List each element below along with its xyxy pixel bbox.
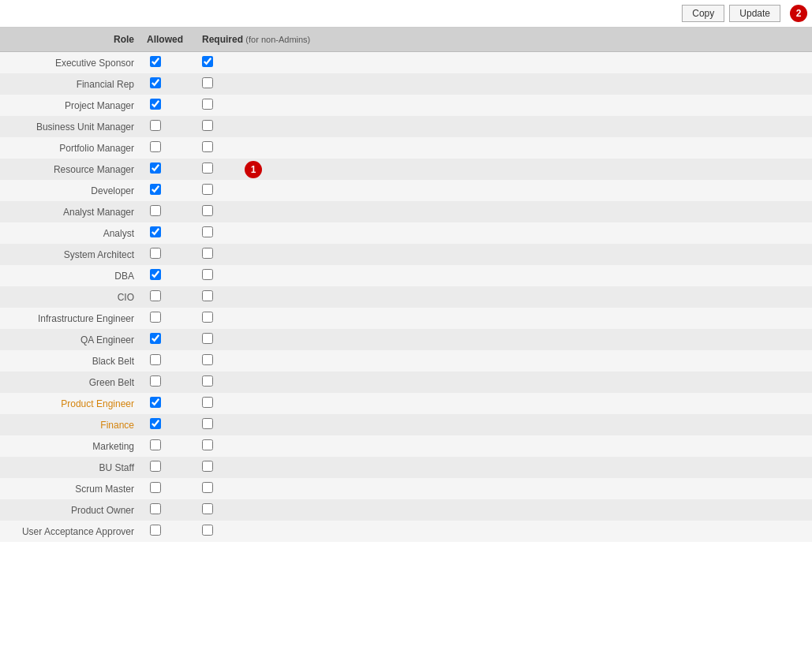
allowed-checkbox-project-manager[interactable] — [150, 99, 161, 110]
copy-button[interactable]: Copy — [682, 5, 724, 22]
required-checkbox-dba[interactable] — [202, 269, 213, 280]
required-checkbox-finance[interactable] — [202, 418, 213, 429]
role-name-scrum-master: Scrum Master — [0, 478, 142, 499]
required-checkbox-financial-rep[interactable] — [202, 77, 213, 88]
allowed-cell-infrastructure-engineer — [142, 308, 197, 329]
table-row: Black Belt — [0, 350, 812, 372]
header-role: Role — [0, 28, 142, 52]
allowed-checkbox-scrum-master[interactable] — [150, 482, 161, 493]
allowed-cell-financial-rep — [142, 73, 197, 95]
role-name-dba: DBA — [0, 265, 142, 286]
required-checkbox-analyst-manager[interactable] — [202, 205, 213, 216]
allowed-cell-qa-engineer — [142, 329, 197, 350]
required-cell-black-belt — [197, 350, 812, 372]
roles-table: Role Allowed Required (for non-Admins) E… — [0, 28, 812, 542]
allowed-cell-developer — [142, 180, 197, 201]
required-checkbox-product-engineer[interactable] — [202, 397, 213, 408]
role-name-developer: Developer — [0, 180, 142, 201]
role-name-finance: Finance — [0, 414, 142, 435]
allowed-checkbox-cio[interactable] — [150, 290, 161, 301]
required-cell-infrastructure-engineer — [197, 308, 812, 329]
role-name-financial-rep: Financial Rep — [0, 73, 142, 95]
allowed-checkbox-system-architect[interactable] — [150, 248, 161, 259]
required-cell-developer — [197, 180, 812, 201]
table-row: Business Unit Manager — [0, 116, 812, 137]
required-cell-business-unit-manager — [197, 116, 812, 137]
required-checkbox-portfolio-manager[interactable] — [202, 141, 213, 152]
allowed-cell-green-belt — [142, 372, 197, 393]
required-cell-financial-rep — [197, 73, 812, 95]
required-cell-marketing — [197, 435, 812, 457]
allowed-cell-cio — [142, 286, 197, 308]
required-checkbox-marketing[interactable] — [202, 439, 213, 450]
required-checkbox-analyst[interactable] — [202, 226, 213, 237]
toolbar: Copy Update 2 — [0, 0, 812, 28]
required-checkbox-infrastructure-engineer[interactable] — [202, 312, 213, 323]
allowed-checkbox-executive-sponsor[interactable] — [150, 56, 161, 67]
allowed-cell-user-acceptance-approver — [142, 521, 197, 542]
required-cell-finance — [197, 414, 812, 435]
allowed-checkbox-product-engineer[interactable] — [150, 397, 161, 408]
role-name-resource-manager: Resource Manager — [0, 159, 142, 180]
role-name-project-manager: Project Manager — [0, 95, 142, 116]
table-row: Analyst — [0, 222, 812, 244]
allowed-checkbox-user-acceptance-approver[interactable] — [150, 525, 161, 536]
allowed-checkbox-black-belt[interactable] — [150, 354, 161, 365]
role-name-infrastructure-engineer: Infrastructure Engineer — [0, 308, 142, 329]
table-row: CIO — [0, 286, 812, 308]
required-checkbox-system-architect[interactable] — [202, 248, 213, 259]
allowed-checkbox-infrastructure-engineer[interactable] — [150, 312, 161, 323]
allowed-cell-analyst-manager — [142, 201, 197, 222]
required-checkbox-user-acceptance-approver[interactable] — [202, 525, 213, 536]
badge-2: 2 — [790, 5, 807, 22]
table-header-row: Role Allowed Required (for non-Admins) — [0, 28, 812, 52]
role-name-portfolio-manager: Portfolio Manager — [0, 137, 142, 159]
allowed-checkbox-bu-staff[interactable] — [150, 461, 161, 472]
table-row: Portfolio Manager — [0, 137, 812, 159]
allowed-checkbox-developer[interactable] — [150, 184, 161, 195]
required-cell-user-acceptance-approver — [197, 521, 812, 542]
required-checkbox-product-owner[interactable] — [202, 503, 213, 514]
allowed-checkbox-marketing[interactable] — [150, 439, 161, 450]
allowed-checkbox-analyst-manager[interactable] — [150, 205, 161, 216]
allowed-checkbox-resource-manager[interactable] — [150, 162, 161, 174]
table-row: QA Engineer — [0, 329, 812, 350]
required-checkbox-resource-manager[interactable] — [202, 162, 213, 174]
role-name-business-unit-manager: Business Unit Manager — [0, 116, 142, 137]
required-cell-resource-manager: 1 — [197, 159, 812, 180]
allowed-checkbox-analyst[interactable] — [150, 226, 161, 237]
required-checkbox-executive-sponsor[interactable] — [202, 56, 213, 67]
allowed-checkbox-financial-rep[interactable] — [150, 77, 161, 88]
table-row: Green Belt — [0, 372, 812, 393]
allowed-cell-executive-sponsor — [142, 52, 197, 74]
allowed-checkbox-qa-engineer[interactable] — [150, 333, 161, 344]
table-row: System Architect — [0, 244, 812, 265]
role-name-system-architect: System Architect — [0, 244, 142, 265]
required-checkbox-business-unit-manager[interactable] — [202, 120, 213, 131]
allowed-cell-finance — [142, 414, 197, 435]
allowed-cell-dba — [142, 265, 197, 286]
required-checkbox-qa-engineer[interactable] — [202, 333, 213, 344]
update-button[interactable]: Update — [729, 5, 780, 22]
allowed-checkbox-portfolio-manager[interactable] — [150, 141, 161, 152]
allowed-checkbox-dba[interactable] — [150, 269, 161, 280]
required-cell-scrum-master — [197, 478, 812, 499]
allowed-checkbox-green-belt[interactable] — [150, 375, 161, 387]
allowed-checkbox-product-owner[interactable] — [150, 503, 161, 514]
required-checkbox-scrum-master[interactable] — [202, 482, 213, 493]
required-checkbox-developer[interactable] — [202, 184, 213, 195]
required-cell-analyst — [197, 222, 812, 244]
required-checkbox-black-belt[interactable] — [202, 354, 213, 365]
required-cell-product-engineer — [197, 393, 812, 414]
allowed-cell-product-engineer — [142, 393, 197, 414]
table-row: Marketing — [0, 435, 812, 457]
allowed-checkbox-business-unit-manager[interactable] — [150, 120, 161, 131]
required-checkbox-bu-staff[interactable] — [202, 461, 213, 472]
allowed-checkbox-finance[interactable] — [150, 418, 161, 429]
table-row: Finance — [0, 414, 812, 435]
table-row: User Acceptance Approver — [0, 521, 812, 542]
required-checkbox-green-belt[interactable] — [202, 375, 213, 387]
required-checkbox-project-manager[interactable] — [202, 99, 213, 110]
required-checkbox-cio[interactable] — [202, 290, 213, 301]
allowed-cell-product-owner — [142, 499, 197, 521]
